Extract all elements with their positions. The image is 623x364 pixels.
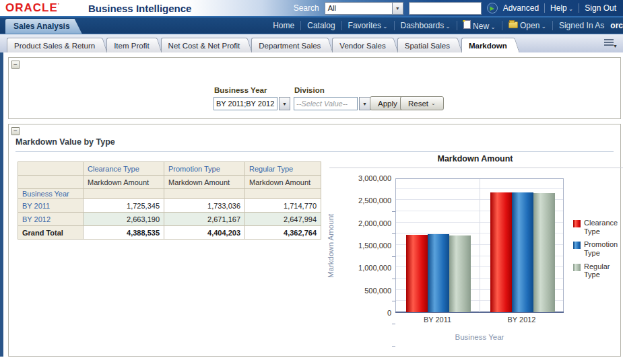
value-cell: 1,733,036 [164,199,245,213]
y-tick-mark [392,256,395,257]
corner-cell [18,176,84,189]
tab-net-cost-net-profit[interactable]: Net Cost & Net Profit [161,38,246,52]
plot-wrap: Markdown Amount 0500,0001,000,0001,500,0… [325,178,623,347]
y-tick-label: 500,000 [337,287,391,295]
bar-by-2012-promotion-type[interactable] [512,192,533,312]
column-header[interactable]: Regular Type [245,162,321,176]
table-row: Business Year [18,189,321,199]
chevron-down-icon: ▼ [613,44,618,48]
group-divider [480,179,480,312]
new-document-icon [463,20,471,29]
go-arrow-icon: ▶ [490,5,494,11]
x-tick-label: BY 2012 [480,316,564,324]
legend-item: Regular Type [573,262,623,279]
total-label: Grand Total [18,226,84,240]
tab-item-profit[interactable]: Item Profit [106,38,154,52]
app-title: Business Intelligence [88,3,191,14]
collapse-icon[interactable]: − [11,61,20,69]
tab-department-sales[interactable]: Department Sales [251,38,326,52]
row-label[interactable]: BY 2012 [18,213,84,226]
signed-in-label: Signed In As [559,21,604,30]
menu-new[interactable]: New⌄ [463,20,496,31]
empty-cell [164,189,245,199]
legend-swatch-icon [573,264,581,271]
division-input[interactable] [294,97,358,110]
table-row: BY 2012 2,663,190 2,671,167 2,647,994 [18,213,321,226]
collapse-icon[interactable]: − [11,127,20,135]
signed-in-user[interactable]: orc [610,21,623,30]
total-cell: 4,362,764 [245,226,321,240]
bar-by-2011-promotion-type[interactable] [428,234,449,312]
chevron-down-icon: ⌄ [445,23,451,30]
plot-area [395,178,564,313]
sign-out-link[interactable]: Sign Out [585,3,616,13]
chevron-down-icon[interactable]: ▼ [279,97,290,110]
search-go-button[interactable]: ▶ [487,3,498,13]
bar-by-2012-clearance-type[interactable] [490,192,512,312]
empty-cell [84,189,164,199]
advanced-link[interactable]: Advanced [503,3,539,13]
y-axis-labels: 0500,0001,000,0001,500,0002,000,0002,500… [337,178,391,313]
tab-product-sales-return[interactable]: Product Sales & Return [7,38,100,52]
menu-bar: Sales Analysis Home Catalog Favorites⌄ D… [0,17,623,34]
y-tick-mark [392,301,395,301]
chart-legend: Clearance TypePromotion TypeRegular Type [573,219,623,284]
menu-home[interactable]: Home [273,21,294,30]
y-tick-mark [392,233,395,234]
help-menu[interactable]: Help⌄ [550,3,573,13]
bar-by-2011-regular-type[interactable] [449,235,471,312]
tab-vendor-sales[interactable]: Vendor Sales [332,38,391,52]
search-input[interactable] [409,2,482,15]
bar-by-2012-regular-type[interactable] [533,193,555,312]
division-field: ▼ [294,97,370,110]
oracle-logo: ORACLE’ [5,1,60,15]
list-lines-icon [604,39,614,46]
brand-bar: ORACLE’ Business Intelligence Search All… [0,0,623,17]
search-scope-select[interactable]: All ▼ [325,2,403,15]
value-cell: 1,725,345 [84,199,164,213]
x-axis-labels: BY 2011BY 2012 [395,316,564,325]
table-row: Clearance Type Promotion Type Regular Ty… [18,162,321,176]
tab-spatial-sales[interactable]: Spatial Sales [397,38,455,52]
value-cell: 2,647,994 [245,213,321,226]
legend-label: Clearance Type [584,219,623,235]
measure-header: Markdown Amount [164,176,245,189]
legend-swatch-icon [573,220,581,227]
divider [552,21,553,30]
chevron-down-icon: ⌄ [541,23,546,30]
y-tick-mark [392,346,395,347]
legend-item: Clearance Type [573,219,623,235]
chevron-down-icon[interactable]: ▼ [359,97,370,110]
menu-catalog[interactable]: Catalog [307,21,335,30]
tab-markdown[interactable]: Markdown [461,38,513,52]
chart-title-rule [329,168,623,168]
search-label: Search [294,3,319,13]
divider [544,3,545,13]
x-axis-title: Business Year [395,333,564,341]
legend-label: Promotion Type [584,240,623,257]
chevron-down-icon: ⌄ [431,100,436,106]
divider [502,21,502,30]
page-options-icon[interactable]: ▼ [604,38,618,48]
business-year-field: ▼ [214,97,290,110]
legend-swatch-icon [573,242,581,249]
divider [300,21,301,30]
y-tick-label: 0 [337,309,391,317]
row-dimension-header[interactable]: Business Year [18,189,84,199]
global-menu: Home Catalog Favorites⌄ Dashboards⌄ New⌄… [273,20,623,31]
measure-header: Markdown Amount [84,176,164,189]
column-header[interactable]: Clearance Type [84,162,164,176]
chevron-down-icon[interactable]: ▼ [392,2,403,15]
y-tick-label: 3,000,000 [337,174,391,182]
column-header[interactable]: Promotion Type [164,162,245,176]
y-tick-mark [392,324,395,324]
row-label[interactable]: BY 2011 [18,199,84,213]
menu-favorites[interactable]: Favorites⌄ [348,21,388,30]
menu-dashboards[interactable]: Dashboards⌄ [401,21,451,30]
menu-open[interactable]: Open⌄ [509,21,546,30]
business-year-input[interactable] [214,97,277,110]
bar-by-2011-clearance-type[interactable] [406,235,428,312]
dashboard-title-tab[interactable]: Sales Analysis [5,19,82,34]
divider [341,21,342,30]
reset-button[interactable]: Reset⌄ [400,96,444,110]
